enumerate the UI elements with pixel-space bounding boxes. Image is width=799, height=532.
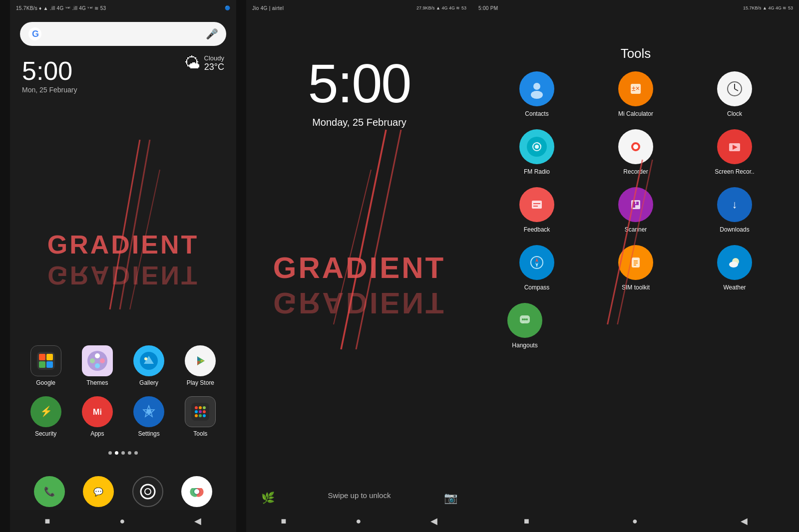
gradient-text-1: GRADIENT <box>47 230 199 259</box>
lock-left-icon: 🌿 <box>261 492 275 505</box>
gradient-watermark-1: GRADIENT GRADIENT <box>47 230 199 290</box>
status-left-1: 15.7KB/s ♦ ▲ .ill 4G ᵛᵒˡ .ill 4G ᵛᵒˡ ≋ 5… <box>16 5 106 11</box>
apps-label: Apps <box>90 430 104 437</box>
apps-icon: Mi <box>82 396 113 427</box>
app-google[interactable]: Google <box>26 345 66 386</box>
svg-rect-82 <box>633 205 635 208</box>
tools-row-5: Hangouts <box>487 303 784 349</box>
security-icon: ⚡ <box>30 396 61 427</box>
svg-point-31 <box>195 406 198 409</box>
google-icon <box>30 345 61 376</box>
dock-camera[interactable] <box>132 476 163 507</box>
app-security[interactable]: ⚡ Security <box>26 396 66 437</box>
svg-point-13 <box>95 363 100 368</box>
compass-icon <box>519 245 554 280</box>
tool-simtoolkit[interactable]: SIM toolkit <box>608 245 663 291</box>
svg-text:Mi: Mi <box>93 408 102 416</box>
dot-3 <box>121 451 125 455</box>
svg-rect-9 <box>46 361 53 368</box>
search-bar[interactable]: G 🎤 <box>20 22 226 46</box>
screenrec-label: Screen Recor.. <box>715 168 754 175</box>
svg-point-11 <box>95 353 100 358</box>
gradient-mirror-1: GRADIENT <box>47 261 199 290</box>
settings-icon <box>133 396 164 427</box>
nav-back-3[interactable]: ◀ <box>741 516 748 527</box>
svg-rect-74 <box>532 201 542 209</box>
svg-point-12 <box>100 358 105 363</box>
microphone-icon[interactable]: 🎤 <box>206 28 218 40</box>
nav-back[interactable]: ◀ <box>194 516 201 527</box>
svg-text:↓: ↓ <box>732 198 738 211</box>
tool-feedback[interactable]: Feedback <box>509 187 564 233</box>
themes-label: Themes <box>86 379 108 386</box>
nav-recent[interactable]: ■ <box>45 516 50 527</box>
panel-tools-folder: 5:00 PM 15.7KB/s ▲ 4G 4G ≋ 53 Tools Cont… <box>472 0 799 532</box>
app-themes[interactable]: Themes <box>77 345 117 386</box>
status-icons-3: 15.7KB/s ▲ 4G 4G ≋ 53 <box>743 5 793 10</box>
svg-rect-8 <box>39 361 45 368</box>
app-apps[interactable]: Mi Apps <box>77 396 117 437</box>
tool-scanner[interactable]: Scanner <box>608 187 663 233</box>
app-gallery[interactable]: Gallery <box>129 345 169 386</box>
hangouts-icon <box>507 303 542 338</box>
tool-clock[interactable]: Clock <box>707 71 762 117</box>
settings-label: Settings <box>138 430 159 437</box>
app-settings[interactable]: Settings <box>129 396 169 437</box>
google-logo: G <box>28 27 42 41</box>
svg-line-51 <box>334 170 371 324</box>
gallery-label: Gallery <box>139 379 158 386</box>
tools-row-1: Contacts ±× Mi Calculator Clock <box>487 71 784 117</box>
simtoolkit-icon <box>618 245 653 280</box>
feedback-icon <box>519 187 554 222</box>
svg-point-66 <box>535 145 539 149</box>
nav-recent-2[interactable]: ■ <box>281 516 287 527</box>
svg-point-34 <box>195 410 198 413</box>
svg-point-48 <box>194 489 199 494</box>
tool-screenrecorder[interactable]: Screen Recor.. <box>707 129 762 175</box>
tool-downloads[interactable]: ↓ Downloads <box>707 187 762 233</box>
dock-chrome[interactable] <box>181 476 212 507</box>
nav-back-2[interactable]: ◀ <box>430 516 437 527</box>
svg-point-45 <box>145 489 151 495</box>
gradient-watermark-2: GRADIENT GRADIENT <box>273 251 445 320</box>
gallery-icon <box>133 345 164 376</box>
lock-camera-icon[interactable]: 📷 <box>444 492 457 505</box>
nav-home[interactable]: ● <box>119 516 125 527</box>
app-playstore[interactable]: Play Store <box>180 345 220 386</box>
svg-point-100 <box>522 318 524 320</box>
tool-hangouts[interactable]: Hangouts <box>497 303 552 349</box>
dock-phone[interactable]: 📞 <box>34 476 65 507</box>
svg-point-101 <box>524 318 526 320</box>
dock-messages[interactable]: 💬 <box>83 476 114 507</box>
tool-recorder[interactable]: Recorder <box>608 129 663 175</box>
svg-point-33 <box>203 406 206 409</box>
weather-description: Cloudy <box>204 54 224 62</box>
clock-icon <box>717 71 752 106</box>
status-time-3: 5:00 PM <box>478 5 498 11</box>
tool-fmradio[interactable]: FM Radio <box>509 129 564 175</box>
weather-label: Weather <box>723 284 746 291</box>
status-bar-2: Jio 4G | airtel 27.9KB/s ▲ 4G 4G ≋ 53 <box>246 0 472 16</box>
nav-bar-1: ■ ● ◀ <box>10 510 236 532</box>
tool-compass[interactable]: Compass <box>509 245 564 291</box>
tools-grid: Contacts ±× Mi Calculator Clock F <box>472 71 799 349</box>
tool-weather[interactable]: Weather <box>707 245 762 291</box>
carrier-info: Jio 4G | airtel <box>252 5 284 11</box>
nav-home-3[interactable]: ● <box>632 516 638 527</box>
tool-contacts[interactable]: Contacts <box>509 71 564 117</box>
nav-recent-3[interactable]: ■ <box>524 516 529 527</box>
svg-rect-80 <box>633 202 635 204</box>
svg-point-37 <box>195 414 198 417</box>
hangouts-label: Hangouts <box>512 342 537 349</box>
dot-5 <box>134 451 138 455</box>
svg-text:💬: 💬 <box>93 487 103 497</box>
svg-point-44 <box>141 485 155 499</box>
tool-calculator[interactable]: ±× Mi Calculator <box>608 71 663 117</box>
svg-point-102 <box>526 318 528 320</box>
app-tools[interactable]: Tools <box>180 396 220 437</box>
svg-point-69 <box>633 144 638 149</box>
nav-home-2[interactable]: ● <box>356 516 361 527</box>
google-label: Google <box>36 379 55 386</box>
svg-rect-6 <box>39 354 45 360</box>
nav-bar-2: ■ ● ◀ <box>246 510 472 532</box>
